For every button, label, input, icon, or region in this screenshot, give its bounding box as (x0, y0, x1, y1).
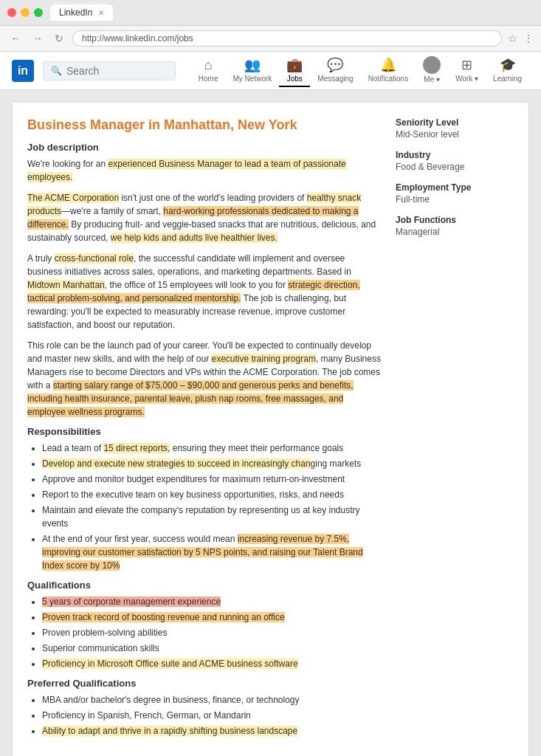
job-paragraph-1: We're looking for an experienced Busines… (27, 157, 381, 184)
highlight-salary: starting salary range of $75,000 – $90,0… (27, 380, 354, 417)
search-input[interactable] (66, 65, 168, 77)
list-item: MBA and/or bachelor's degree in business… (42, 693, 381, 707)
notifications-icon: 🔔 (380, 57, 396, 73)
maximize-button[interactable] (34, 8, 43, 17)
job-paragraph-3: A truly cross-functional role, the succe… (27, 252, 381, 331)
search-box[interactable]: 🔍 (43, 61, 176, 80)
nav-items: ⌂ Home 👥 My Network 💼 Jobs 💬 Messaging 🔔… (191, 53, 529, 88)
responsibilities-title: Responsibilities (27, 426, 381, 437)
tab-title: LinkedIn (59, 7, 92, 18)
employment-value: Full-time (396, 194, 514, 205)
network-icon: 👥 (244, 57, 261, 73)
highlight-adapt: Ability to adapt and thrive in a rapidly… (42, 726, 297, 736)
industry-value: Food & Beverage (396, 162, 514, 172)
me-label: Me ▾ (424, 75, 440, 83)
highlight-training: executive training program (211, 354, 315, 364)
forward-button[interactable]: → (30, 31, 46, 46)
learning-icon: 🎓 (500, 57, 516, 73)
highlight-direct-reports: 15 direct reports, (103, 443, 170, 453)
job-paragraph-4: This role can be the launch pad of your … (27, 339, 381, 419)
nav-work[interactable]: ⊞ Work ▾ (448, 54, 486, 87)
learning-label: Learning (493, 75, 522, 83)
job-sidebar: Seniority Level Mid-Senior level Industr… (396, 117, 514, 745)
list-item: Proven problem-solving abilities (42, 626, 381, 639)
nav-me[interactable]: Me ▾ (416, 53, 448, 88)
seniority-section: Seniority Level Mid-Senior level (396, 117, 514, 140)
messaging-label: Messaging (317, 75, 353, 83)
messaging-icon: 💬 (327, 57, 343, 73)
industry-section: Industry Food & Beverage (396, 150, 514, 172)
nav-jobs[interactable]: 💼 Jobs (279, 54, 310, 87)
seniority-label: Seniority Level (396, 117, 514, 128)
jobs-icon: 💼 (286, 57, 303, 73)
toolbar-actions: ☆ ⋮ (508, 32, 534, 44)
back-button[interactable]: ← (7, 31, 24, 46)
list-item: Approve and monitor budget expenditures … (42, 472, 381, 486)
jobs-label: Jobs (287, 75, 303, 83)
list-item: Lead a team of 15 direct reports, ensuri… (42, 441, 381, 455)
traffic-lights (7, 8, 43, 17)
work-label: Work ▾ (455, 75, 478, 83)
employment-label: Employment Type (396, 182, 514, 193)
browser-tab[interactable]: LinkedIn ✕ (50, 4, 113, 21)
linkedin-logo: in (12, 60, 34, 82)
preferred-list: MBA and/or bachelor's degree in business… (42, 693, 381, 738)
highlight-cross-functional: cross-functional role (55, 253, 134, 264)
home-icon: ⌂ (204, 58, 213, 73)
linkedin-navbar: in 🔍 ⌂ Home 👥 My Network 💼 Jobs 💬 Messag… (0, 52, 541, 90)
highlight-revenue-goal: increasing revenue by 7.5%, improving ou… (42, 534, 363, 571)
highlight-midtown: Midtown Manhattan (27, 280, 105, 290)
network-label: My Network (233, 75, 272, 83)
qualifications-list: 5 years of corporate management experien… (42, 595, 381, 670)
list-item: Proficiency in Microsoft Office suite an… (42, 657, 381, 670)
highlight-track-record: Proven track record of boosting revenue … (42, 612, 285, 622)
nav-messaging[interactable]: 💬 Messaging (310, 54, 360, 87)
nav-home[interactable]: ⌂ Home (191, 55, 226, 87)
list-item: At the end of your first year, success w… (42, 532, 381, 572)
qualifications-title: Qualifications (27, 580, 381, 591)
list-item: Superior communication skills (42, 642, 381, 655)
nav-network[interactable]: 👥 My Network (226, 54, 280, 87)
list-item: Maintain and elevate the company's reput… (42, 504, 381, 530)
functions-section: Job Functions Managerial (396, 215, 514, 237)
section-description-label: Job description (27, 142, 381, 153)
tab-close-icon[interactable]: ✕ (98, 9, 104, 17)
browser-toolbar: ← → ↻ http://www.linkedin.com/jobs ☆ ⋮ (0, 26, 541, 51)
seniority-value: Mid-Senior level (396, 129, 514, 140)
highlight-5years: 5 years of corporate management experien… (42, 597, 221, 607)
list-item: Develop and execute new strategies to su… (42, 457, 381, 470)
employment-section: Employment Type Full-time (396, 182, 514, 205)
avatar (423, 56, 441, 74)
job-title: Business Manager in Manhattan, New York (27, 117, 381, 133)
highlight-kids: we help kids and adults live healthier l… (111, 233, 278, 243)
work-icon: ⊞ (461, 57, 472, 73)
functions-value: Managerial (396, 227, 514, 237)
refresh-button[interactable]: ↻ (52, 31, 66, 46)
responsibilities-list: Lead a team of 15 direct reports, ensuri… (42, 441, 381, 572)
address-bar[interactable]: http://www.linkedin.com/jobs (72, 30, 502, 47)
nav-notifications[interactable]: 🔔 Notifications (361, 54, 416, 87)
highlight-develop-execute: Develop and execute new strategies to su… (42, 458, 311, 469)
functions-label: Job Functions (396, 215, 514, 225)
home-label: Home (199, 75, 218, 83)
list-item: Proven track record of boosting revenue … (42, 611, 381, 624)
minimize-button[interactable] (21, 8, 30, 17)
menu-icon[interactable]: ⋮ (523, 32, 534, 44)
list-item: Report to the executive team on key busi… (42, 488, 381, 501)
browser-titlebar: LinkedIn ✕ (0, 0, 541, 26)
bookmark-icon[interactable]: ☆ (508, 32, 517, 44)
list-item: Ability to adapt and thrive in a rapidly… (42, 724, 381, 738)
list-item: Proficiency in Spanish, French, German, … (42, 709, 381, 722)
nav-learning[interactable]: 🎓 Learning (486, 54, 529, 87)
preferred-title: Preferred Qualifications (27, 678, 381, 689)
highlight-acme: The ACME Corporation (27, 193, 119, 203)
industry-label: Industry (396, 150, 514, 160)
search-icon: 🔍 (51, 66, 62, 76)
highlight-experienced: experienced Business Manager to lead a t… (27, 159, 346, 182)
highlight-hardworking: hard-working professionals dedicated to … (27, 206, 359, 230)
notifications-label: Notifications (368, 75, 408, 83)
main-content: Business Manager in Manhattan, New York … (0, 90, 541, 756)
browser-chrome: LinkedIn ✕ ← → ↻ http://www.linkedin.com… (0, 0, 541, 52)
job-card: Business Manager in Manhattan, New York … (12, 102, 529, 756)
close-button[interactable] (7, 8, 16, 17)
